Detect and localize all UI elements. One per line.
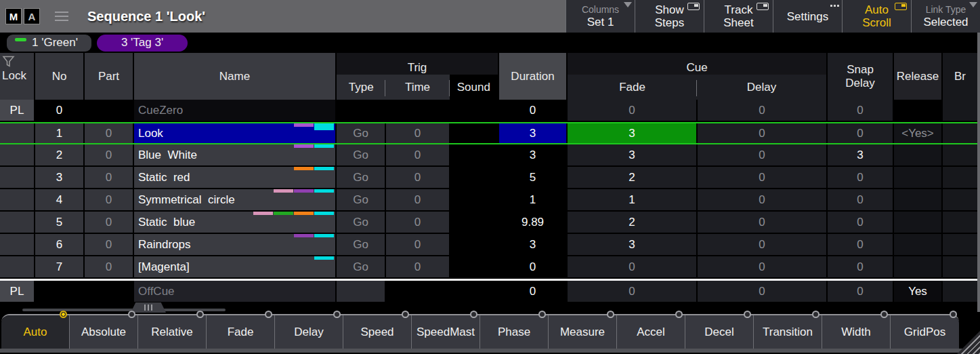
header-duration[interactable]: Duration (499, 53, 568, 100)
cell-release[interactable] (894, 167, 943, 188)
cell-delay[interactable]: 0 (698, 100, 828, 121)
window-resize-grip[interactable] (957, 331, 980, 354)
cell-sound[interactable] (450, 281, 499, 302)
cell-duration[interactable]: 3 (499, 144, 568, 165)
header-group-trig[interactable]: Trig Type Time Sound (337, 53, 499, 100)
cell-lock[interactable]: PL (0, 281, 35, 302)
cell-no[interactable]: 0 (35, 100, 85, 121)
cell-sound[interactable] (450, 234, 499, 255)
encoder-button-phase[interactable]: Phase (480, 315, 549, 349)
cell-lock[interactable] (0, 189, 35, 210)
cell-name[interactable]: [Magenta] (134, 256, 337, 277)
cell-type[interactable] (337, 100, 386, 121)
cell-type[interactable]: Go (337, 256, 386, 277)
cell-fade[interactable]: 3 (568, 234, 698, 255)
horizontal-scrollbar-track[interactable] (22, 309, 226, 311)
cell-duration[interactable]: 3 (499, 234, 568, 255)
cell-duration[interactable]: 0 (499, 100, 568, 121)
encoder-button-auto[interactable]: Auto (1, 315, 70, 349)
encoder-button-decel[interactable]: Decel (685, 315, 754, 349)
cell-delay[interactable]: 0 (698, 144, 828, 165)
title-bar[interactable]: M A Sequence 1 'Look' ColumnsSet 1ShowSt… (0, 0, 980, 33)
header-trig-type[interactable]: Type (337, 75, 385, 100)
cell-duration[interactable]: 3 (499, 123, 568, 143)
cell-release[interactable] (894, 234, 943, 255)
header-no[interactable]: No (35, 53, 85, 100)
cell-sound[interactable] (450, 212, 499, 233)
header-br[interactable]: Br (943, 53, 977, 100)
cell-type[interactable]: Go (337, 234, 386, 255)
cell-type[interactable]: Go (337, 167, 386, 188)
encoder-button-transition[interactable]: Transition (754, 315, 822, 349)
cell-no[interactable]: 1 (35, 123, 85, 143)
cell-time[interactable]: 0 (386, 212, 450, 233)
cell-snap[interactable]: 0 (828, 234, 894, 255)
cell-snap[interactable]: 3 (828, 144, 894, 165)
cell-fade[interactable]: 1 (568, 189, 698, 210)
cell-fade[interactable]: 2 (568, 212, 698, 233)
cell-part[interactable] (85, 100, 134, 121)
cell-type[interactable] (337, 281, 386, 302)
cell-release[interactable]: Yes (894, 281, 943, 302)
cell-lock[interactable] (0, 256, 35, 277)
header-release[interactable]: Release (894, 53, 943, 100)
horizontal-scrollbar-handle[interactable] (131, 302, 166, 313)
cell-delay[interactable]: 0 (698, 234, 828, 255)
encoder-button-delay[interactable]: Delay (275, 315, 343, 349)
cell-part[interactable]: 0 (85, 123, 134, 143)
cell-name[interactable]: Blue White (134, 144, 337, 165)
cell-snap[interactable]: 0 (828, 281, 894, 302)
cell-duration[interactable]: 0 (499, 281, 568, 302)
header-trig-sound[interactable]: Sound (450, 75, 498, 100)
encoder-button-gridpos[interactable]: GridPos (891, 315, 959, 349)
cell-type[interactable]: Go (337, 189, 386, 210)
cell-fade[interactable]: 3 (568, 123, 698, 143)
header-cue-fade[interactable]: Fade (568, 75, 697, 100)
cell-snap[interactable]: 0 (828, 256, 894, 277)
encoder-button-absolute[interactable]: Absolute (70, 315, 138, 349)
cell-br[interactable] (943, 212, 977, 233)
titlebar-button-settings[interactable]: Settings (773, 0, 842, 33)
vertical-scrollbar[interactable] (977, 33, 980, 312)
cell-fade[interactable]: 0 (568, 256, 698, 277)
cell-part[interactable]: 0 (85, 212, 134, 233)
cell-time[interactable]: 0 (386, 234, 450, 255)
cell-time[interactable]: 0 (386, 189, 450, 210)
header-name[interactable]: Name (134, 53, 337, 100)
cell-duration[interactable]: 0 (499, 256, 568, 277)
cell-no[interactable]: 2 (35, 144, 85, 165)
cell-delay[interactable]: 0 (698, 256, 828, 277)
titlebar-button-show-steps[interactable]: ShowSteps (635, 0, 704, 33)
cell-no[interactable]: 7 (35, 256, 85, 277)
list-icon[interactable] (55, 12, 68, 21)
cell-name[interactable]: CueZero (134, 100, 337, 121)
ma-logo[interactable]: M A (5, 8, 40, 24)
cell-duration[interactable]: 5 (499, 167, 568, 188)
cell-lock[interactable] (0, 234, 35, 255)
cell-name[interactable]: Raindrops (134, 234, 337, 255)
cell-sound[interactable] (450, 189, 499, 210)
cell-fade[interactable]: 0 (568, 100, 698, 121)
titlebar-button-link-type[interactable]: Link TypeSelected (911, 0, 980, 33)
cell-time[interactable] (386, 100, 450, 121)
titlebar-button-auto-scroll[interactable]: AutoScroll (842, 0, 911, 33)
header-part[interactable]: Part (85, 53, 134, 100)
cell-part[interactable]: 0 (85, 144, 134, 165)
cell-lock[interactable] (0, 144, 35, 165)
cell-delay[interactable]: 0 (698, 189, 828, 210)
cell-br[interactable] (943, 123, 977, 143)
cell-br[interactable] (943, 189, 977, 210)
cell-fade[interactable]: 2 (568, 167, 698, 188)
encoder-button-relative[interactable]: Relative (138, 315, 207, 349)
cell-release[interactable] (894, 212, 943, 233)
cell-name[interactable]: Look (134, 123, 337, 143)
encoder-button-speed[interactable]: Speed (343, 315, 412, 349)
cell-fade[interactable]: 3 (568, 144, 698, 165)
cell-duration[interactable]: 1 (499, 189, 568, 210)
cell-snap[interactable]: 0 (828, 212, 894, 233)
cell-delay[interactable]: 0 (698, 212, 828, 233)
cell-release[interactable]: <Yes> (894, 123, 943, 143)
cell-part[interactable]: 0 (85, 167, 134, 188)
cell-name[interactable]: Static blue (134, 212, 337, 233)
cell-release[interactable] (894, 256, 943, 277)
